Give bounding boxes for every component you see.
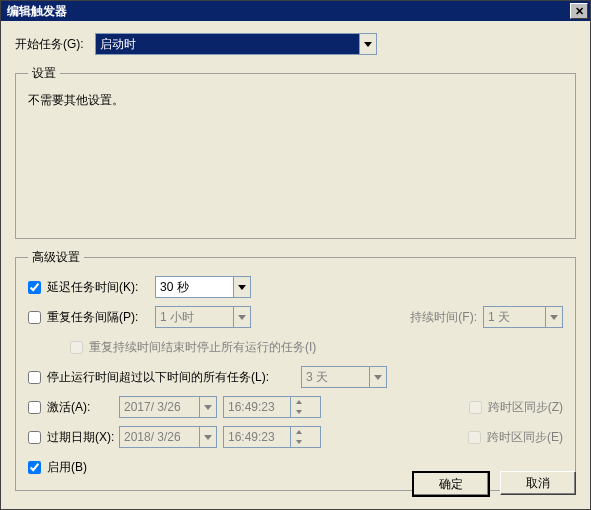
advanced-settings-group: 高级设置 延迟任务时间(K): 30 秒 重复任务间隔(P): 1 小时 xyxy=(15,249,576,491)
delay-task-label: 延迟任务时间(K): xyxy=(47,279,155,296)
chevron-down-icon xyxy=(233,277,250,297)
repeat-task-label: 重复任务间隔(P): xyxy=(47,309,155,326)
chevron-down-icon xyxy=(233,307,250,327)
spinner-buttons xyxy=(290,427,307,447)
repeat-duration-combo: 1 天 xyxy=(483,306,563,328)
chevron-up-icon xyxy=(291,427,307,437)
stop-after-label: 停止运行时间超过以下时间的所有任务(L): xyxy=(47,369,301,386)
expire-time-spinner: 16:49:23 xyxy=(223,426,321,448)
expire-row: 过期日期(X): 2018/ 3/26 16:49:23 跨时区同步(E) xyxy=(28,426,563,448)
repeat-duration-label: 持续时间(F): xyxy=(410,309,477,326)
delay-task-checkbox[interactable] xyxy=(28,281,41,294)
close-icon: ✕ xyxy=(575,5,584,18)
chevron-down-icon xyxy=(291,407,307,417)
chevron-down-icon xyxy=(199,427,216,447)
activate-tz-label: 跨时区同步(Z) xyxy=(488,399,563,416)
begin-task-value: 启动时 xyxy=(96,36,359,53)
delay-task-row: 延迟任务时间(K): 30 秒 xyxy=(28,276,563,298)
chevron-down-icon xyxy=(369,367,386,387)
repeat-stop-checkbox xyxy=(70,341,83,354)
dialog-window: 编辑触发器 ✕ 开始任务(G): 启动时 设置 不需要其他设置。 高级设置 延迟… xyxy=(0,0,591,510)
expire-date-picker: 2018/ 3/26 xyxy=(119,426,217,448)
expire-checkbox[interactable] xyxy=(28,431,41,444)
expire-tz-label: 跨时区同步(E) xyxy=(487,429,563,446)
activate-label: 激活(A): xyxy=(47,399,119,416)
begin-task-label: 开始任务(G): xyxy=(15,36,95,53)
expire-time-value: 16:49:23 xyxy=(224,430,290,444)
settings-text: 不需要其他设置。 xyxy=(28,92,563,109)
settings-legend: 设置 xyxy=(28,65,60,82)
expire-label: 过期日期(X): xyxy=(47,429,119,446)
repeat-task-row: 重复任务间隔(P): 1 小时 持续时间(F): 1 天 xyxy=(28,306,563,328)
activate-time-spinner: 16:49:23 xyxy=(223,396,321,418)
repeat-stop-row: 重复持续时间结束时停止所有运行的任务(I) xyxy=(70,336,563,358)
cancel-button[interactable]: 取消 xyxy=(500,471,576,495)
expire-tz-checkbox xyxy=(468,431,481,444)
chevron-down-icon xyxy=(545,307,562,327)
activate-date-picker: 2017/ 3/26 xyxy=(119,396,217,418)
spinner-buttons xyxy=(290,397,307,417)
expire-date-value: 2018/ 3/26 xyxy=(120,430,199,444)
dialog-buttons: 确定 取消 xyxy=(412,471,576,497)
activate-row: 激活(A): 2017/ 3/26 16:49:23 跨时区同步(Z) xyxy=(28,396,563,418)
begin-task-combo[interactable]: 启动时 xyxy=(95,33,377,55)
activate-tz-checkbox xyxy=(469,401,482,414)
chevron-up-icon xyxy=(291,397,307,407)
close-button[interactable]: ✕ xyxy=(570,3,588,19)
stop-after-row: 停止运行时间超过以下时间的所有任务(L): 3 天 xyxy=(28,366,563,388)
cancel-button-label: 取消 xyxy=(526,475,550,492)
enabled-label: 启用(B) xyxy=(47,459,87,476)
repeat-duration-value: 1 天 xyxy=(484,309,545,326)
stop-after-value: 3 天 xyxy=(302,369,369,386)
chevron-down-icon xyxy=(291,437,307,447)
stop-after-combo: 3 天 xyxy=(301,366,387,388)
activate-checkbox[interactable] xyxy=(28,401,41,414)
chevron-down-icon xyxy=(359,34,376,54)
repeat-task-checkbox[interactable] xyxy=(28,311,41,324)
window-title: 编辑触发器 xyxy=(7,3,67,20)
dialog-body: 开始任务(G): 启动时 设置 不需要其他设置。 高级设置 延迟任务时间(K):… xyxy=(1,21,590,510)
activate-time-value: 16:49:23 xyxy=(224,400,290,414)
delay-task-combo[interactable]: 30 秒 xyxy=(155,276,251,298)
stop-after-checkbox[interactable] xyxy=(28,371,41,384)
delay-task-value: 30 秒 xyxy=(156,279,233,296)
ok-button[interactable]: 确定 xyxy=(412,471,490,497)
ok-button-label: 确定 xyxy=(439,476,463,493)
repeat-stop-label: 重复持续时间结束时停止所有运行的任务(I) xyxy=(89,339,316,356)
activate-date-value: 2017/ 3/26 xyxy=(120,400,199,414)
repeat-interval-value: 1 小时 xyxy=(156,309,233,326)
enabled-checkbox[interactable] xyxy=(28,461,41,474)
advanced-legend: 高级设置 xyxy=(28,249,84,266)
title-bar: 编辑触发器 ✕ xyxy=(1,1,590,21)
chevron-down-icon xyxy=(199,397,216,417)
begin-task-row: 开始任务(G): 启动时 xyxy=(15,33,576,55)
repeat-interval-combo: 1 小时 xyxy=(155,306,251,328)
settings-group: 设置 不需要其他设置。 xyxy=(15,65,576,239)
